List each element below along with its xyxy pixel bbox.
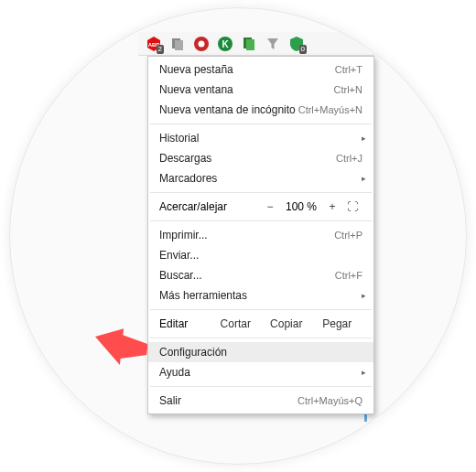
menu-item-settings[interactable]: Configuración <box>148 342 373 362</box>
menu-item-history[interactable]: Historial ▸ <box>148 128 373 148</box>
menu-label: Salir <box>159 394 298 407</box>
ext-badge: 2 <box>157 45 164 54</box>
menu-item-incognito[interactable]: Nueva ventana de incógnito Ctrl+Mayús+N <box>148 100 373 120</box>
svg-marker-10 <box>94 328 147 365</box>
fullscreen-icon[interactable]: ⛶ <box>342 200 362 213</box>
svg-rect-3 <box>175 40 183 50</box>
menu-item-find[interactable]: Buscar... Ctrl+F <box>148 265 373 285</box>
menu-separator <box>150 123 372 124</box>
ext-docs-icon[interactable] <box>241 36 257 52</box>
chrome-main-menu: Nueva pestaña Ctrl+T Nueva ventana Ctrl+… <box>147 56 374 414</box>
menu-separator <box>150 309 372 310</box>
menu-label: Buscar... <box>159 269 335 282</box>
menu-label: Nueva pestaña <box>159 63 335 76</box>
menu-item-help[interactable]: Ayuda ▸ <box>148 362 373 382</box>
ext-kaspersky-icon[interactable]: K <box>217 36 233 52</box>
menu-shortcut: Ctrl+Mayús+Q <box>298 395 362 406</box>
chevron-right-icon: ▸ <box>362 174 366 183</box>
menu-label: Editar <box>159 317 211 330</box>
menu-item-print[interactable]: Imprimir... Ctrl+P <box>148 225 373 245</box>
ext-filter-icon[interactable] <box>265 36 281 52</box>
menu-separator <box>150 192 372 193</box>
menu-shortcut: Ctrl+T <box>335 64 362 75</box>
edit-paste-button[interactable]: Pegar <box>312 317 363 330</box>
menu-separator <box>150 386 372 387</box>
ext-oblock-icon[interactable] <box>193 36 210 52</box>
menu-label: Historial <box>159 132 362 145</box>
zoom-value: 100 % <box>280 200 322 213</box>
browser-toolbar: ABP 2 K 0 <box>138 32 374 56</box>
menu-item-new-tab[interactable]: Nueva pestaña Ctrl+T <box>148 59 373 80</box>
edit-cut-button[interactable]: Cortar <box>211 317 262 330</box>
menu-label: Enviar... <box>159 249 362 262</box>
menu-label: Descargas <box>159 152 336 165</box>
zoom-in-button[interactable]: + <box>322 200 342 213</box>
menu-item-zoom: Acercar/alejar − 100 % + ⛶ <box>148 197 373 217</box>
menu-label: Nueva ventana <box>159 83 334 96</box>
menu-shortcut: Ctrl+Mayús+N <box>298 104 362 115</box>
menu-separator <box>150 338 372 338</box>
menu-shortcut: Ctrl+N <box>334 84 362 95</box>
menu-label: Configuración <box>159 346 362 359</box>
menu-label: Ayuda <box>159 366 362 379</box>
chevron-right-icon: ▸ <box>362 134 366 143</box>
svg-text:K: K <box>222 39 229 49</box>
menu-shortcut: Ctrl+F <box>335 270 362 281</box>
menu-item-edit: Editar Cortar Copiar Pegar <box>148 314 373 334</box>
menu-item-downloads[interactable]: Descargas Ctrl+J <box>148 148 373 168</box>
menu-label: Nueva ventana de incógnito <box>159 103 298 116</box>
chevron-right-icon: ▸ <box>362 368 366 377</box>
framed-screenshot: ABP 2 K 0 Nueva pestaña Ctrl+T Nueva <box>9 7 467 465</box>
svg-rect-9 <box>246 39 254 50</box>
ext-badge: 0 <box>299 45 307 54</box>
menu-shortcut: Ctrl+P <box>334 230 362 241</box>
menu-item-bookmarks[interactable]: Marcadores ▸ <box>148 168 373 188</box>
menu-label: Marcadores <box>159 172 362 185</box>
ext-copy-icon[interactable] <box>169 36 186 52</box>
zoom-out-button[interactable]: − <box>260 200 280 213</box>
menu-label: Acercar/alejar <box>159 200 260 213</box>
ext-shield-icon[interactable]: 0 <box>288 36 305 52</box>
menu-item-more-tools[interactable]: Más herramientas ▸ <box>148 285 373 306</box>
ext-adblock-icon[interactable]: ABP 2 <box>146 36 162 52</box>
menu-item-new-window[interactable]: Nueva ventana Ctrl+N <box>148 80 373 100</box>
menu-label: Más herramientas <box>159 289 362 302</box>
annotation-arrow-icon <box>94 328 147 365</box>
menu-shortcut: Ctrl+J <box>336 153 362 164</box>
edit-copy-button[interactable]: Copiar <box>261 317 312 330</box>
menu-item-cast[interactable]: Enviar... <box>148 245 373 265</box>
menu-label: Imprimir... <box>159 229 334 241</box>
svg-point-5 <box>199 40 205 47</box>
menu-separator <box>150 220 372 221</box>
chevron-right-icon: ▸ <box>362 291 366 300</box>
menu-item-exit[interactable]: Salir Ctrl+Mayús+Q <box>148 391 373 411</box>
